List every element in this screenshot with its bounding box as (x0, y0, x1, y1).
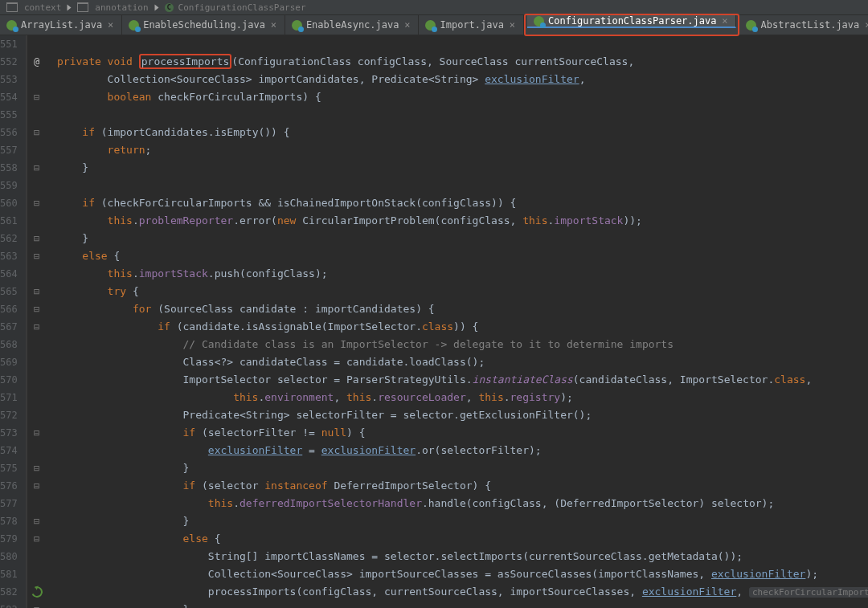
line-number[interactable]: 557 (0, 141, 18, 159)
gutter-marker[interactable]: ⊟ (31, 318, 43, 336)
line-number[interactable]: 559 (0, 177, 18, 194)
gutter-marker[interactable] (31, 371, 43, 389)
fold-toggle-icon[interactable]: ⊟ (34, 321, 39, 333)
code-line[interactable]: processImports(configClass, currentSourc… (32, 583, 868, 601)
code-line[interactable] (32, 106, 868, 124)
line-number[interactable]: 570 (0, 371, 18, 389)
code-line[interactable]: return; (32, 141, 868, 159)
fold-toggle-icon[interactable]: ⊟ (34, 198, 39, 209)
code-line[interactable]: if (checkForCircularImports && isChained… (32, 194, 868, 212)
tab-arraylist-java[interactable]: ArrayList.java× (0, 15, 122, 35)
breadcrumb-item[interactable]: context (24, 2, 61, 13)
gutter-marker[interactable] (31, 442, 43, 459)
tab-enablescheduling-java[interactable]: EnableScheduling.java× (122, 15, 285, 35)
line-number[interactable]: 575 (0, 459, 18, 477)
fold-toggle-icon[interactable]: ⊟ (34, 516, 39, 527)
line-number[interactable]: 581 (0, 565, 18, 583)
breadcrumb[interactable]: context annotation C ConfigurationClassP… (0, 0, 868, 15)
gutter-marker[interactable] (31, 353, 43, 371)
gutter-marker[interactable] (31, 583, 43, 601)
line-number[interactable]: 571 (0, 389, 18, 406)
code-line[interactable]: Predicate<String> selectorFilter = selec… (32, 406, 868, 424)
code-line[interactable]: if (selector instanceof DeferredImportSe… (32, 477, 868, 495)
gutter-marker[interactable] (31, 265, 43, 283)
code-line[interactable]: if (selectorFilter != null) { (32, 424, 868, 442)
gutter-marker[interactable] (31, 389, 43, 406)
code-line[interactable]: if (candidate.isAssignable(ImportSelecto… (32, 318, 868, 336)
line-number[interactable]: 552 (0, 53, 18, 71)
code-line[interactable]: boolean checkForCircularImports) { (32, 88, 868, 106)
gutter-marker[interactable] (31, 212, 43, 230)
line-number[interactable]: 551 (0, 35, 18, 53)
fold-toggle-icon[interactable]: ⊟ (34, 604, 39, 608)
gutter-marker[interactable]: ⊟ (31, 88, 43, 106)
line-number[interactable]: 572 (0, 406, 18, 424)
gutter-marker[interactable]: ⊟ (31, 477, 43, 495)
fold-toggle-icon[interactable]: ⊟ (34, 463, 39, 474)
tab-configurationclassparser-java[interactable]: ConfigurationClassParser.java× (527, 15, 737, 28)
code-line[interactable]: if (importCandidates.isEmpty()) { (32, 124, 868, 141)
code-line[interactable]: } (32, 459, 868, 477)
line-number[interactable]: 554 (0, 88, 18, 106)
code-line[interactable]: this.problemReporter.error(new CircularI… (32, 212, 868, 230)
gutter-marker[interactable]: ⊟ (31, 194, 43, 212)
fold-toggle-icon[interactable]: ⊟ (34, 251, 39, 262)
code-line[interactable]: exclusionFilter = exclusionFilter.or(sel… (32, 442, 868, 459)
gutter-marker[interactable] (31, 106, 43, 124)
line-number[interactable]: 565 (0, 283, 18, 300)
gutter-marker[interactable] (31, 495, 43, 512)
gutter-marker[interactable] (31, 141, 43, 159)
close-icon[interactable]: × (269, 19, 278, 31)
code-line[interactable]: Collection<SourceClass> importSourceClas… (32, 565, 868, 583)
gutter-marker[interactable]: ⊟ (31, 459, 43, 477)
gutter-marker[interactable] (31, 71, 43, 88)
code-line[interactable]: Collection<SourceClass> importCandidates… (32, 71, 868, 88)
line-number[interactable]: 578 (0, 512, 18, 530)
breadcrumb-item[interactable]: annotation (95, 2, 148, 13)
line-number[interactable]: 579 (0, 530, 18, 548)
gutter-marker[interactable] (31, 406, 43, 424)
fold-toggle-icon[interactable]: ⊟ (34, 286, 39, 297)
line-number[interactable]: 569 (0, 353, 18, 371)
tab-enableasync-java[interactable]: EnableAsync.java× (285, 15, 420, 35)
gutter-marker[interactable]: ⊟ (31, 530, 43, 548)
code-line[interactable]: Class<?> candidateClass = candidate.load… (32, 353, 868, 371)
breadcrumb-item[interactable]: ConfigurationClassParser (178, 2, 306, 13)
code-line[interactable]: else { (32, 530, 868, 548)
gutter-marker[interactable] (31, 177, 43, 194)
code-line[interactable]: } (32, 159, 868, 177)
line-number[interactable]: 566 (0, 300, 18, 318)
gutter-marker[interactable]: @ (31, 53, 43, 71)
tab-abstractlist-java[interactable]: AbstractList.java× (739, 15, 868, 35)
line-number[interactable]: 555 (0, 106, 18, 124)
tab-import-java[interactable]: Import.java× (419, 15, 523, 35)
line-number[interactable]: 556 (0, 124, 18, 141)
gutter-marker[interactable]: ⊟ (31, 159, 43, 177)
fold-toggle-icon[interactable]: ⊟ (34, 533, 39, 545)
gutter-marker[interactable]: ⊟ (31, 424, 43, 442)
code-line[interactable]: private void processImports(Configuratio… (32, 53, 868, 71)
line-number[interactable]: 568 (0, 336, 18, 353)
line-number[interactable]: 560 (0, 194, 18, 212)
code-line[interactable] (32, 35, 868, 53)
gutter-marker[interactable]: ⊟ (31, 230, 43, 247)
code-line[interactable]: this.importStack.push(configClass); (32, 265, 868, 283)
close-icon[interactable]: × (720, 15, 729, 27)
gutter-marker[interactable]: ⊟ (31, 247, 43, 265)
code-line[interactable]: this.deferredImportSelectorHandler.handl… (32, 495, 868, 512)
close-icon[interactable]: × (403, 19, 411, 31)
line-number[interactable]: 563 (0, 247, 18, 265)
fold-toggle-icon[interactable]: ⊟ (34, 162, 39, 173)
code-line[interactable]: ImportSelector selector = ParserStrategy… (32, 371, 868, 389)
code-line[interactable]: for (SourceClass candidate : importCandi… (32, 300, 868, 318)
gutter-marker[interactable]: ⊟ (31, 124, 43, 141)
gutter-marker[interactable] (31, 35, 43, 53)
line-number[interactable]: 582 (0, 583, 18, 601)
code-line[interactable]: else { (32, 247, 868, 265)
line-number[interactable]: 564 (0, 265, 18, 283)
line-number[interactable]: 583 (0, 601, 18, 608)
code-line[interactable]: } (32, 230, 868, 247)
gutter-marker[interactable]: ⊟ (31, 512, 43, 530)
fold-toggle-icon[interactable]: ⊟ (34, 233, 39, 244)
fold-toggle-icon[interactable]: ⊟ (34, 480, 39, 492)
